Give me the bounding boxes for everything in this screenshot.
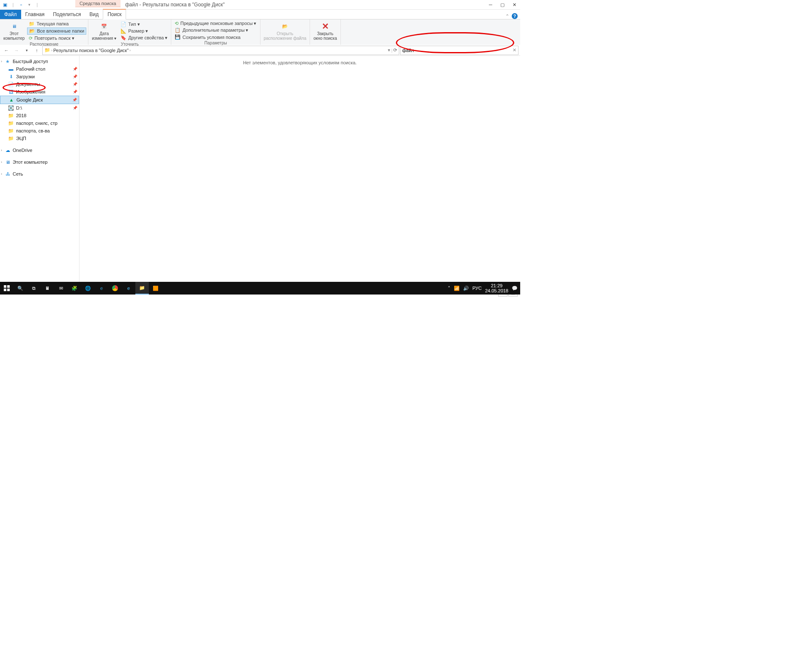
forward-button[interactable]: → (12, 46, 21, 55)
sidebar-network[interactable]: ›🖧Сеть (0, 170, 79, 178)
sidebar-documents[interactable]: 📄Документы📌 (0, 80, 79, 88)
open-location-icon: 📂 (279, 21, 291, 31)
mail-icon[interactable]: ✉ (54, 282, 68, 295)
explorer-taskbar-icon[interactable]: 📁 (135, 282, 149, 295)
maximize-button[interactable]: ▢ (497, 0, 508, 9)
folder-icon: 📁 (29, 21, 35, 27)
prev-searches-button[interactable]: ⟲Предыдущие поисковые запросы ▾ (173, 20, 258, 27)
breadcrumb[interactable]: 📁 › Результаты поиска в "Google Диск" › … (42, 46, 399, 55)
google-drive-icon: ▲ (8, 97, 15, 103)
sidebar-onedrive[interactable]: ›☁OneDrive (0, 146, 79, 154)
title-bar: ▣ | ▫ ▾ | Средства поиска файл - Результ… (0, 0, 520, 10)
sidebar-this-pc[interactable]: ›🖥Этот компьютер (0, 158, 79, 166)
pin-icon: 📌 (73, 67, 77, 71)
taskview-icon[interactable]: ⧉ (27, 282, 41, 295)
recent-dropdown[interactable]: ▾ (22, 46, 31, 55)
close-x-icon: ✕ (319, 21, 331, 31)
save-search-button[interactable]: 💾Сохранить условия поиска (173, 34, 258, 40)
folder-icon: 📁 (8, 128, 14, 134)
open-location-button: 📂 Открыть расположение файла (262, 20, 308, 41)
all-subfolders-button[interactable]: 📂Все вложенные папки (27, 28, 86, 35)
search-taskbar-icon[interactable]: 🔍 (14, 282, 27, 295)
tab-search[interactable]: Поиск (103, 9, 126, 19)
edge-icon[interactable]: e (122, 282, 135, 295)
sidebar-2018[interactable]: 📁2018 (0, 112, 79, 119)
back-button[interactable]: ← (2, 46, 11, 55)
sidebar-passports-certs[interactable]: 📁паспорта, св-ва (0, 127, 79, 135)
tab-share[interactable]: Поделиться (49, 10, 85, 19)
search-input[interactable] (402, 48, 513, 53)
navigation-pane[interactable]: ›★Быстрый доступ ▬Рабочий стол📌 ⬇Загрузк… (0, 56, 80, 288)
sidebar-pictures[interactable]: 🖼Изображения📌 (0, 88, 79, 96)
empty-results-message: Нет элементов, удовлетворяющих условиям … (84, 60, 516, 65)
current-folder-button[interactable]: 📁Текущая папка (27, 21, 86, 27)
sidebar-desktop[interactable]: ▬Рабочий стол📌 (0, 65, 79, 73)
sidebar-google-drive[interactable]: ▲Google Диск📌 (0, 96, 79, 104)
search-box[interactable]: ✕ (400, 46, 518, 55)
minimize-button[interactable]: ─ (485, 0, 497, 9)
sidebar-downloads[interactable]: ⬇Загрузки📌 (0, 73, 79, 80)
taskbar[interactable]: 🔍 ⧉ 🖩 ✉ 🧩 🌐 e e 📁 🟧 ˄ 📶 🔊 РУС 21:29 24.0… (0, 282, 520, 295)
clock[interactable]: 21:29 24.05.2018 (485, 283, 508, 293)
desktop-icon: ▬ (8, 66, 14, 72)
tab-view[interactable]: Вид (85, 10, 103, 19)
start-button[interactable] (0, 282, 14, 295)
type-button[interactable]: 📄Тип ▾ (119, 21, 169, 28)
volume-icon[interactable]: 🔊 (463, 286, 469, 291)
ribbon-group-options: ⟲Предыдущие поисковые запросы ▾ 📋Дополни… (171, 19, 260, 45)
size-icon: 📐 (121, 28, 126, 34)
sidebar-d-drive[interactable]: 💽D:\📌 (0, 104, 79, 112)
app-icon-1[interactable]: 🧩 (68, 282, 81, 295)
network-icon: 🖧 (4, 171, 11, 177)
ribbon: 🖥 Этот компьютер 📁Текущая папка 📂Все вло… (0, 19, 520, 45)
up-button[interactable]: ↑ (32, 46, 41, 55)
sidebar-quick-access[interactable]: ›★Быстрый доступ (0, 58, 79, 65)
calculator-icon[interactable]: 🖩 (41, 282, 54, 295)
notifications-icon[interactable]: 💬 (512, 286, 518, 291)
advanced-options-button[interactable]: 📋Дополнительные параметры ▾ (173, 27, 258, 33)
chevron-right-icon[interactable]: › (129, 48, 131, 52)
tab-home[interactable]: Главная (21, 10, 49, 19)
qat-newfolder-icon[interactable]: ▫ (18, 1, 25, 8)
refresh-button[interactable]: ⟳ (393, 47, 397, 53)
wifi-icon[interactable]: 📶 (454, 286, 460, 291)
qat-divider: | (34, 1, 41, 8)
size-button[interactable]: 📐Размер ▾ (119, 28, 169, 34)
tray-chevron-icon[interactable]: ˄ (448, 286, 450, 291)
sidebar-ecp[interactable]: 📁ЭЦП (0, 135, 79, 142)
other-props-button[interactable]: 🔖Другие свойства ▾ (119, 35, 169, 41)
language-indicator[interactable]: РУС (472, 286, 482, 291)
clear-search-icon[interactable]: ✕ (513, 47, 516, 53)
system-tray[interactable]: ˄ 📶 🔊 РУС 21:29 24.05.2018 💬 (448, 283, 520, 293)
sidebar-passport-snils[interactable]: 📁паспорт, снилс, стр (0, 119, 79, 127)
chrome-icon[interactable] (108, 282, 122, 295)
svg-rect-3 (7, 289, 10, 291)
breadcrumb-dropdown-icon[interactable]: ▾ (388, 47, 390, 53)
drive-icon: 💽 (8, 105, 14, 111)
browser-icon[interactable]: 🌐 (81, 282, 95, 295)
qat-dropdown-icon[interactable]: ▾ (26, 1, 33, 8)
chevron-right-icon[interactable]: › (51, 48, 52, 52)
type-icon: 📄 (121, 22, 126, 27)
pin-icon: 📌 (73, 106, 77, 110)
svg-rect-1 (7, 285, 10, 288)
cloud-icon: ☁ (4, 147, 11, 153)
computer-icon: 🖥 (4, 159, 11, 165)
tab-file[interactable]: Файл (0, 10, 21, 19)
this-pc-button[interactable]: 🖥 Этот компьютер (2, 20, 26, 41)
help-icon[interactable]: ? (512, 13, 518, 19)
close-search-button[interactable]: ✕ Закрыть окно поиска (312, 20, 339, 41)
address-bar: ← → ▾ ↑ 📁 › Результаты поиска в "Google … (0, 45, 520, 56)
pin-icon: 📌 (73, 90, 77, 94)
ribbon-collapse-icon[interactable]: ⌃ (505, 14, 509, 19)
repeat-search-button[interactable]: ⟳Повторить поиск ▾ (27, 35, 86, 41)
close-button[interactable]: ✕ (508, 0, 520, 9)
ie-icon[interactable]: e (95, 282, 108, 295)
date-modified-button[interactable]: 📅 Дата изменения ▾ (90, 20, 118, 41)
ribbon-group-options-label: Параметры (173, 40, 258, 46)
folder-icon: 📁 (8, 120, 14, 126)
ribbon-group-close: ✕ Закрыть окно поиска (310, 19, 341, 45)
ribbon-context-tab: Средства поиска (75, 0, 121, 7)
app-icon-2[interactable]: 🟧 (149, 282, 162, 295)
breadcrumb-seg-results[interactable]: Результаты поиска в "Google Диск" (53, 48, 129, 53)
